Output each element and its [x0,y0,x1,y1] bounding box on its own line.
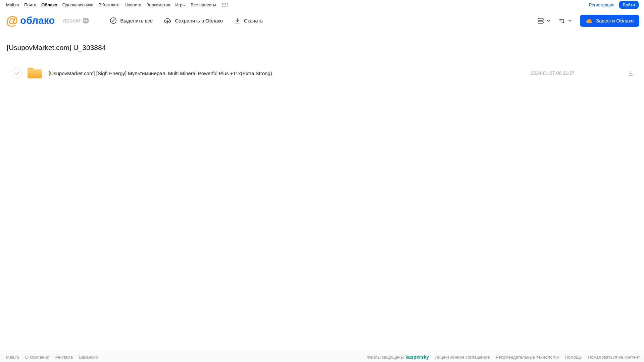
footer-link-company[interactable]: О компании [25,355,49,360]
portal-link-znakomstva[interactable]: Знакомства [146,2,170,7]
footer-link-license[interactable]: Лицензионное соглашение [435,355,490,360]
download-icon [234,17,241,24]
portal-link-novosti[interactable]: Новости [125,2,141,7]
select-all-button[interactable]: Выделить все [110,17,153,24]
portal-link-igry[interactable]: Игры [175,2,186,7]
download-label: Скачать [244,18,263,23]
footer-link-recommendations[interactable]: Рекомендательные технологии [496,355,559,360]
chevron-down-icon [547,19,550,22]
file-row[interactable]: [UsupovMarket.com] [Sigh Energy] Мультим… [0,66,644,81]
apps-grid-icon[interactable] [222,3,228,7]
select-all-label: Выделить все [120,18,153,23]
footer-right-links: Файлы защищены kaspersky Лицензионное со… [367,354,640,360]
footer: Mail.ru О компании Реклама Вакансии Файл… [0,352,644,362]
logo-divider [59,18,59,24]
file-name-link[interactable]: [UsupovMarket.com] [Sigh Energy] Мультим… [49,70,272,76]
footer-left-links: Mail.ru О компании Реклама Вакансии [6,355,98,360]
auth-area: Регистрация Войти [589,1,639,9]
mailru-at-icon: @ [6,14,18,28]
kaspersky-link[interactable]: kaspersky [405,354,429,360]
view-mode-icon [537,17,544,24]
portal-link-vse-proekty[interactable]: Все проекты [191,2,216,7]
registration-link[interactable]: Регистрация [589,2,614,7]
portal-link-mailru[interactable]: Mail.ru [6,2,19,7]
portal-link-pochta[interactable]: Почта [24,2,36,7]
mailru-cloud-share-page: Mail.ru Почта Облако Одноклассники ВКонт… [0,0,644,362]
check-circle-icon [110,17,117,24]
row-checkbox[interactable] [12,68,22,78]
project-label: проект [63,17,81,24]
row-download-icon[interactable] [628,70,634,76]
cloud-logo[interactable]: @ облако проект VK [6,14,89,28]
portal-link-vkontakte[interactable]: ВКонтакте [99,2,120,7]
footer-link-report[interactable]: Пожаловаться на контент [588,355,640,360]
footer-link-jobs[interactable]: Вакансии [79,355,98,360]
portal-nav: Mail.ru Почта Облако Одноклассники ВКонт… [0,0,644,9]
file-actions: Выделить все Сохранить в Облако Скачать [110,17,263,24]
portal-link-oblako[interactable]: Облако [41,2,57,7]
cloud-glyph-icon [586,18,593,24]
login-button[interactable]: Войти [619,1,639,9]
portal-link-odnoklassniki[interactable]: Одноклассники [62,2,94,7]
file-date: 2024-01-27 08:21:27 [531,70,575,76]
share-content: [UsupovMarket.com] U_303884 [UsupovMarke… [0,43,644,81]
create-cloud-button[interactable]: Завести Облако [580,15,639,27]
cloud-toolbar: @ облако проект VK Выделить все Сохранит… [0,9,644,32]
files-protected-note: Файлы защищены kaspersky [367,354,429,360]
view-mode-dropdown[interactable] [537,17,550,24]
cloud-upload-icon [164,17,171,24]
portal-links: Mail.ru Почта Облако Одноклассники ВКонт… [6,2,228,7]
footer-link-ads[interactable]: Реклама [55,355,73,360]
sort-icon [558,17,566,24]
page-title: [UsupovMarket.com] U_303884 [7,43,644,52]
save-to-cloud-button[interactable]: Сохранить в Облако [164,17,223,24]
view-controls: Завести Облако [537,15,639,27]
vk-badge-icon: VK [83,18,89,23]
cloud-logo-text: облако [20,15,55,26]
folder-icon[interactable] [27,67,42,80]
create-cloud-label: Завести Облако [596,18,634,23]
footer-link-help[interactable]: Помощь [565,355,582,360]
download-button[interactable]: Скачать [234,17,263,24]
footer-link-mailru[interactable]: Mail.ru [6,355,19,360]
chevron-down-icon [568,19,572,22]
save-to-cloud-label: Сохранить в Облако [175,18,223,23]
sort-dropdown[interactable] [558,17,572,24]
protected-text: Файлы защищены [367,355,404,360]
